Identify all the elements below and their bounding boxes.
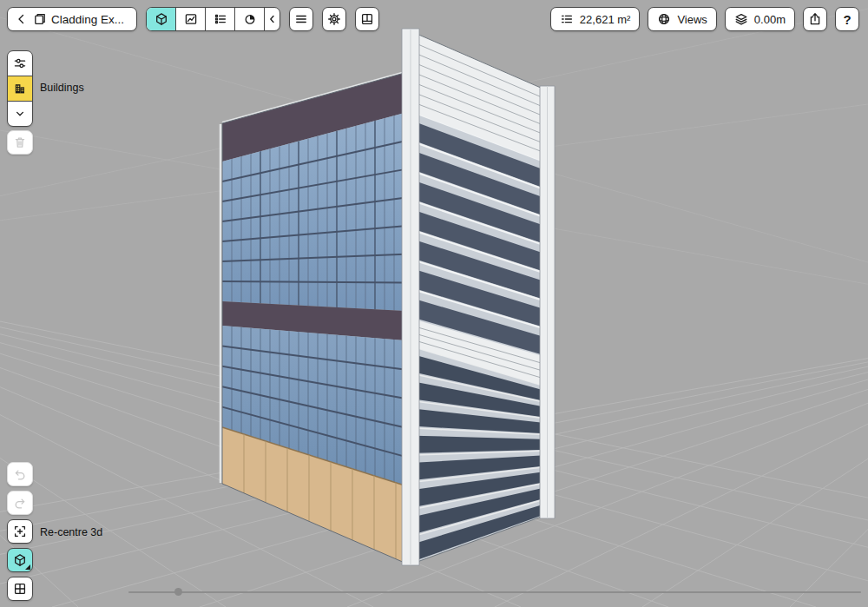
layer-toolbar <box>7 50 33 127</box>
capture-button[interactable] <box>355 7 379 31</box>
report-pie-icon <box>243 12 257 26</box>
recentre-icon <box>13 525 27 538</box>
gear-icon <box>327 12 341 26</box>
layout-capture-icon <box>360 12 374 26</box>
undo-icon <box>13 467 27 481</box>
share-button[interactable] <box>803 7 827 31</box>
views-button[interactable]: Views <box>648 7 716 31</box>
topbar-right: 22,621 m² Views 0.00m ? <box>550 7 859 31</box>
building-icon <box>13 82 27 96</box>
views-label: Views <box>677 13 707 26</box>
view-toolbar <box>7 462 33 601</box>
trash-icon <box>13 135 27 149</box>
redo-icon <box>13 496 27 510</box>
timeline-handle[interactable] <box>174 588 182 596</box>
sliders-icon <box>13 56 27 70</box>
layers-icon <box>734 12 748 26</box>
filters-button[interactable] <box>8 51 32 76</box>
viewport-3d[interactable] <box>0 0 868 607</box>
menu-button[interactable] <box>289 7 313 31</box>
plan-grid-icon <box>13 582 27 596</box>
globe-icon <box>657 12 671 26</box>
toolbar-collapse-button[interactable] <box>265 8 279 30</box>
flyout-corner-icon <box>25 564 30 570</box>
tool-design-3d[interactable] <box>147 8 176 30</box>
undo-button[interactable] <box>7 462 33 486</box>
tool-reports[interactable] <box>235 8 265 30</box>
topbar-left: Cladding Ex... <box>7 7 379 31</box>
tool-analysis[interactable] <box>176 8 206 30</box>
analysis-chart-icon <box>184 12 198 26</box>
recentre-button[interactable] <box>7 519 33 544</box>
chevron-down-icon <box>13 107 27 121</box>
tool-program[interactable] <box>206 8 235 30</box>
chevron-left-icon <box>266 12 279 26</box>
area-display[interactable]: 22,621 m² <box>550 7 641 31</box>
program-list-icon <box>214 12 227 26</box>
timeline-track[interactable] <box>128 591 861 593</box>
axon-cube-icon <box>155 12 168 26</box>
elevation-value: 0.00m <box>754 13 786 26</box>
delete-button[interactable] <box>7 130 33 155</box>
recentre-label: Re-centre 3d <box>40 526 102 538</box>
redo-button[interactable] <box>7 491 33 515</box>
layer-expand-button[interactable] <box>8 102 32 126</box>
project-title: Cladding Ex... <box>51 13 129 26</box>
settings-button[interactable] <box>322 7 346 31</box>
mode-toolbar <box>146 7 280 31</box>
view-3d-button[interactable] <box>7 548 33 572</box>
buildings-label: Buildings <box>40 82 84 94</box>
project-document-icon <box>33 12 47 26</box>
buildings-layer-button[interactable] <box>8 76 32 102</box>
help-button[interactable]: ? <box>835 7 859 31</box>
help-label: ? <box>843 12 851 27</box>
app-window: Cladding Ex... <box>0 0 868 607</box>
project-title-button[interactable]: Cladding Ex... <box>7 7 137 31</box>
area-value: 22,621 m² <box>580 13 631 26</box>
building-model[interactable] <box>220 29 555 577</box>
hamburger-icon <box>294 12 308 26</box>
schedule-rows-icon <box>560 12 574 26</box>
elevation-button[interactable]: 0.00m <box>725 7 795 31</box>
share-icon <box>808 12 822 26</box>
back-icon <box>15 12 29 26</box>
view-plan-button[interactable] <box>7 577 33 601</box>
